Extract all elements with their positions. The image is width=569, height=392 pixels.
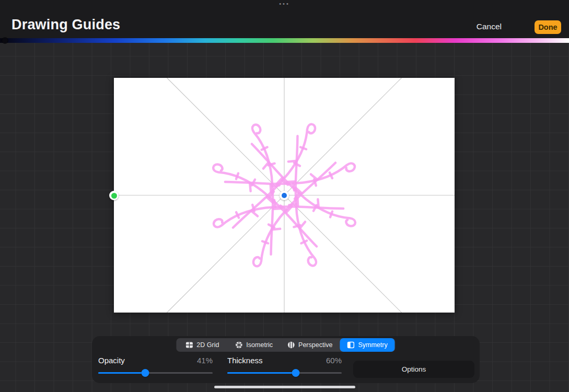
cancel-button[interactable]: Cancel (477, 22, 502, 31)
tab-label: 2D Grid (196, 341, 219, 349)
thickness-label: Thickness (227, 356, 263, 365)
multitask-handle-icon[interactable]: ••• (279, 1, 290, 7)
top-bar: ••• Drawing Guides Cancel Done (0, 0, 569, 38)
opacity-value: 41% (197, 356, 213, 365)
spectrum-knob[interactable] (2, 38, 8, 43)
tab-symmetry[interactable]: Symmetry (340, 338, 394, 352)
tab-label: Isometric (246, 341, 273, 349)
symmetry-edge-handle[interactable] (109, 191, 119, 200)
canvas-preview[interactable] (114, 78, 455, 313)
options-button[interactable]: Options (353, 361, 474, 378)
tab-isometric[interactable]: Isometric (228, 339, 280, 351)
tab-perspective[interactable]: Perspective (280, 339, 340, 351)
tab-2d-grid[interactable]: 2D Grid (177, 339, 228, 351)
drawing-guides-panel: 2D Grid Isometric Perspective (92, 336, 480, 383)
guide-type-segmented-control: 2D Grid Isometric Perspective (176, 338, 395, 352)
workspace-grid-background: 2D Grid Isometric Perspective (0, 43, 569, 392)
grid-icon (185, 341, 193, 349)
home-indicator-bar[interactable] (214, 386, 355, 388)
done-button[interactable]: Done (535, 20, 561, 34)
color-spectrum-strip[interactable] (0, 38, 569, 43)
thickness-slider-group: Thickness 60% (227, 356, 342, 374)
thickness-slider-fill (227, 372, 296, 374)
opacity-slider-fill (98, 372, 145, 374)
thickness-slider-thumb[interactable] (292, 369, 300, 377)
opacity-slider-group: Opacity 41% (98, 356, 213, 374)
opacity-label: Opacity (98, 356, 125, 365)
page-title: Drawing Guides (11, 17, 120, 33)
thickness-slider[interactable] (227, 372, 342, 374)
symmetry-center-handle[interactable] (280, 191, 289, 200)
tab-label: Symmetry (358, 341, 387, 349)
drawing-guides-screen: ••• Drawing Guides Cancel Done (0, 0, 569, 392)
isometric-icon (235, 341, 242, 349)
tab-label: Perspective (298, 341, 332, 349)
thickness-value: 60% (326, 356, 342, 365)
perspective-icon (287, 341, 295, 349)
opacity-slider-thumb[interactable] (141, 369, 149, 377)
opacity-slider[interactable] (98, 372, 213, 374)
symmetry-icon (347, 341, 354, 349)
